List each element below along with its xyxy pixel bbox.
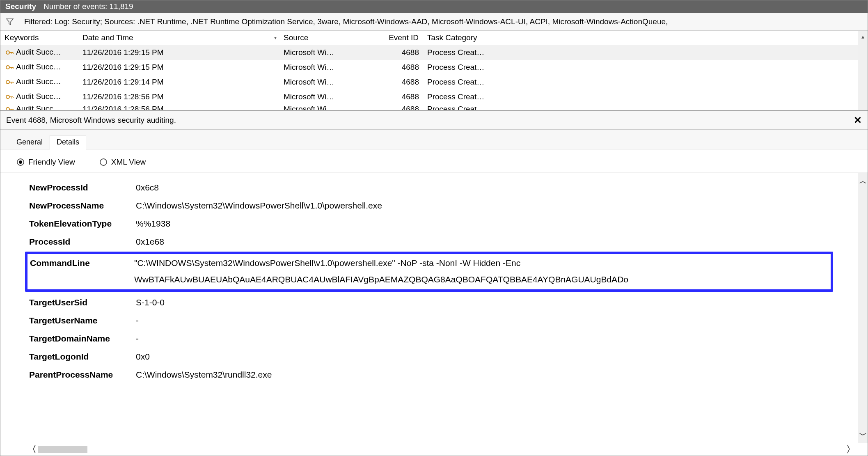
prop-row: CommandLine "C:\WINDOWS\System32\Windows… [30, 255, 828, 271]
event-properties: SubjectLogonId 0x3e7ab NewProcessId 0x6c… [0, 173, 868, 456]
radio-icon [17, 158, 24, 166]
prop-label: ProcessId [29, 233, 136, 251]
sort-indicator-icon: ▾ [274, 35, 277, 41]
prop-value: 0x0 [136, 348, 829, 366]
svg-point-4 [6, 108, 9, 110]
prop-label: TargetUserName [29, 312, 136, 330]
grid-scrollbar[interactable]: ▴ [858, 31, 868, 110]
prop-row: NewProcessName C:\Windows\System32\Windo… [29, 197, 829, 215]
scroll-left-icon[interactable]: 〈 [27, 443, 37, 456]
titlebar: Security Number of events: 11,819 [0, 0, 868, 13]
prop-row: TargetDomainName - [29, 330, 829, 348]
table-row[interactable]: Audit Succ… 11/26/2016 1:28:56 PM Micros… [0, 89, 868, 104]
grid-body[interactable]: Audit Succ… 11/26/2016 1:29:15 PM Micros… [0, 45, 868, 110]
details-title: Event 4688, Microsoft Windows security a… [6, 116, 176, 125]
details-vscrollbar[interactable]: ︿ ﹀ [858, 173, 868, 443]
view-mode-radios: Friendly View XML View [0, 149, 868, 173]
table-row[interactable]: Audit Succ… 11/26/2016 1:29:15 PM Micros… [0, 45, 868, 60]
key-icon [5, 48, 14, 57]
prop-row: TargetLogonId 0x0 [29, 348, 829, 366]
prop-value: - [136, 330, 829, 348]
prop-value: WwBTAFkAUwBUAEUAbQAuAE4ARQBUAC4AUwBlAFIA… [134, 271, 828, 288]
prop-row: ParentProcessName C:\Windows\System32\ru… [29, 366, 829, 384]
prop-row: NewProcessId 0x6c8 [29, 179, 829, 197]
radio-xml-view[interactable]: XML View [100, 158, 146, 167]
filter-description: Filtered: Log: Security; Sources: .NET R… [24, 17, 668, 26]
prop-row: TokenElevationType %%1938 [29, 215, 829, 233]
svg-point-3 [6, 95, 9, 99]
scroll-right-icon[interactable]: 〉 [846, 443, 855, 456]
prop-label: TargetLogonId [29, 348, 136, 366]
radio-icon [100, 158, 107, 166]
tab-details[interactable]: Details [50, 135, 86, 149]
log-name: Security [5, 2, 36, 11]
col-datetime[interactable]: Date and Time ▾ [78, 31, 279, 45]
prop-value: 0x6c8 [136, 179, 829, 197]
scroll-thumb[interactable] [38, 446, 87, 453]
key-icon [5, 92, 14, 102]
col-eventid[interactable]: Event ID [378, 31, 423, 45]
key-icon [5, 77, 14, 87]
prop-value: - [136, 312, 829, 330]
event-count: Number of events: 11,819 [44, 2, 133, 11]
prop-label: TargetUserSid [29, 293, 136, 312]
scroll-up-icon[interactable]: ︿ [859, 176, 867, 186]
prop-label: NewProcessId [29, 179, 136, 197]
prop-label: NewProcessName [29, 197, 136, 215]
commandline-highlight: CommandLine "C:\WINDOWS\System32\Windows… [25, 252, 833, 292]
prop-label: TokenElevationType [29, 215, 136, 233]
prop-row: TargetUserName - [29, 312, 829, 330]
key-icon [5, 62, 14, 72]
prop-value: 0x1e68 [136, 233, 829, 251]
prop-value: C:\Windows\System32\WindowsPowerShell\v1… [136, 197, 829, 215]
prop-row: WwBTAFkAUwBUAEUAbQAuAE4ARQBUAC4AUwBlAFIA… [30, 271, 828, 288]
col-source[interactable]: Source [279, 31, 378, 45]
details-hscrollbar[interactable]: 〈 〉 [25, 443, 858, 456]
col-category[interactable]: Task Category [423, 31, 505, 45]
prop-row: TargetUserSid S-1-0-0 [29, 293, 829, 312]
filter-bar: Filtered: Log: Security; Sources: .NET R… [0, 13, 868, 31]
prop-value: S-1-0-0 [136, 293, 829, 312]
table-row[interactable]: Audit Succ… 11/26/2016 1:29:14 PM Micros… [0, 75, 868, 89]
radio-friendly-view[interactable]: Friendly View [17, 158, 75, 167]
col-keywords[interactable]: Keywords [0, 31, 78, 45]
table-row[interactable]: Audit Succ… 11/26/2016 1:29:15 PM Micros… [0, 60, 868, 75]
grid-header: Keywords Date and Time ▾ Source Event ID… [0, 31, 868, 45]
filter-icon[interactable] [5, 17, 14, 26]
tab-general[interactable]: General [9, 135, 50, 149]
prop-row: ProcessId 0x1e68 [29, 233, 829, 251]
svg-point-1 [6, 66, 9, 69]
event-grid: Keywords Date and Time ▾ Source Event ID… [0, 31, 868, 111]
table-row[interactable]: Audit Succ… 11/26/2016 1:28:56 PM Micros… [0, 104, 868, 110]
prop-value: C:\Windows\System32\rundll32.exe [136, 366, 829, 384]
prop-value: "C:\WINDOWS\System32\WindowsPowerShell\v… [134, 255, 828, 271]
svg-point-2 [6, 80, 9, 84]
key-icon [5, 104, 14, 110]
close-icon[interactable]: ✕ [854, 115, 862, 126]
svg-point-0 [6, 51, 9, 54]
prop-label: TargetDomainName [29, 330, 136, 348]
prop-label: CommandLine [30, 255, 134, 271]
prop-label: ParentProcessName [29, 366, 136, 384]
details-tabs: General Details [0, 130, 868, 149]
scroll-down-icon[interactable]: ﹀ [859, 430, 867, 440]
scroll-up-icon[interactable]: ▴ [861, 33, 864, 40]
details-pane-header: Event 4688, Microsoft Windows security a… [0, 111, 868, 130]
prop-value: %%1938 [136, 215, 829, 233]
event-viewer-window: Security Number of events: 11,819 Filter… [0, 0, 868, 456]
